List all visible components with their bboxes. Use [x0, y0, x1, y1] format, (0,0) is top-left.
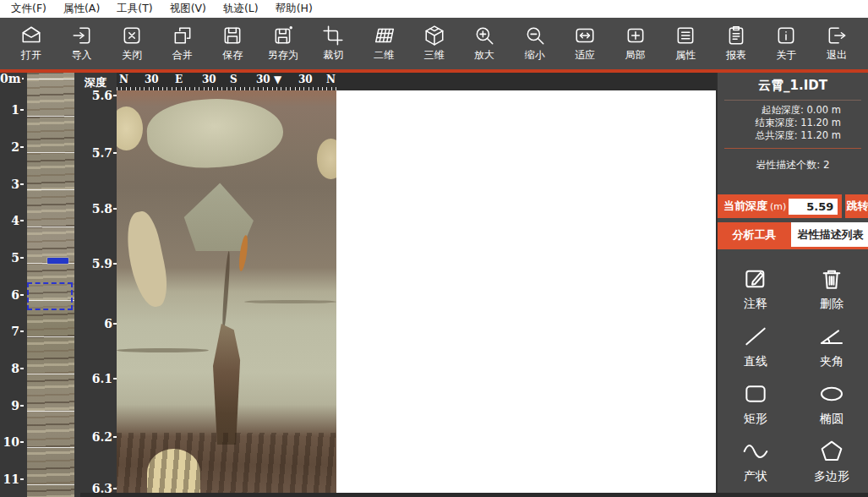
delete-tool-button[interactable]: 删除 [794, 257, 868, 312]
menu-view[interactable]: 视图(V) [164, 0, 212, 18]
toolbar-open-button[interactable]: 打开 [10, 25, 52, 63]
ellipse-tool-button[interactable]: 椭圆 [794, 372, 868, 427]
toolbar-report-button[interactable]: 报表 [715, 25, 757, 63]
cube-3d-icon [423, 25, 445, 46]
ruler-mark: 2 [0, 139, 24, 155]
ruler-mark: 0m [0, 71, 24, 86]
grid-2d-icon [373, 25, 395, 46]
jump-button[interactable]: 跳转 [845, 194, 868, 218]
toolbar-properties-button[interactable]: 属性 [664, 25, 707, 63]
toolbar-merge-button[interactable]: 合并 [161, 25, 204, 63]
toolbar-import-button[interactable]: 导入 [61, 25, 103, 63]
compass-label: ▼ [274, 74, 281, 85]
crop-icon [322, 25, 344, 46]
analysis-tool-grid: 注释 删除 直线 夹角 矩形 [718, 257, 868, 484]
annotation-marker[interactable] [47, 258, 68, 264]
toolbar-label: 导入 [72, 48, 92, 63]
menu-trajectory[interactable]: 轨迹(L) [217, 0, 265, 18]
rock-feature [244, 300, 336, 304]
toolbar-label: 三维 [424, 48, 445, 63]
rock-feature [317, 139, 336, 179]
current-depth-field-group: 当前深度 (m) [718, 194, 842, 218]
compass-label: N [326, 74, 336, 85]
toolbar-partial-button[interactable]: 局部 [614, 25, 657, 63]
ruler-mark: 4 [0, 213, 24, 228]
borehole-image[interactable] [117, 90, 336, 493]
toolbar-zoom-in-button[interactable]: 放大 [463, 25, 505, 63]
merge-icon [172, 25, 194, 46]
tab-underline [718, 247, 868, 249]
divider [724, 148, 861, 149]
compass-label: 30 [145, 74, 159, 85]
borehole-info: 起始深度: 0.00 m 结束深度: 11.20 m 总共深度: 11.20 m [718, 104, 868, 142]
toolbar-save-as-button[interactable]: 另存为 [262, 25, 304, 63]
line-tool-button[interactable]: 直线 [718, 314, 794, 369]
tool-label: 直线 [744, 354, 767, 369]
empty-canvas[interactable] [336, 90, 716, 493]
attitude-tool-button[interactable]: 产状 [718, 429, 794, 484]
ruler-mark: 7 [0, 324, 24, 339]
tool-label: 注释 [744, 297, 767, 312]
toolbar-label: 另存为 [268, 48, 298, 63]
angle-icon [818, 323, 845, 350]
compass-bar: N 30 E 30 S 30 ▼ 30 N [117, 73, 716, 90]
toolbar-label: 放大 [474, 48, 494, 63]
menu-help[interactable]: 帮助(H) [270, 0, 319, 18]
angle-tool-button[interactable]: 夹角 [794, 314, 868, 369]
toolbar-about-button[interactable]: 关于 [765, 25, 807, 63]
rock-feature [117, 106, 143, 150]
menu-tools[interactable]: 工具(T) [111, 0, 158, 18]
tool-label: 椭圆 [820, 412, 843, 427]
rock-feature [117, 348, 209, 353]
menu-attributes[interactable]: 属性(A) [57, 0, 106, 18]
toolbar-label: 报表 [726, 48, 746, 63]
viewport-selection-rect[interactable] [27, 282, 73, 310]
delete-icon [818, 265, 845, 292]
toolbar-crop-button[interactable]: 裁切 [312, 25, 354, 63]
toolbar-label: 属性 [675, 48, 696, 63]
menu-file[interactable]: 文件(F) [5, 0, 52, 18]
toolbar-label: 局部 [625, 48, 646, 63]
toolbar-save-button[interactable]: 保存 [211, 25, 254, 63]
import-icon [71, 25, 93, 46]
tool-label: 多边形 [814, 469, 849, 484]
depth-scale-column: 深度 5.6 5.7 5.8 5.9 6 6.1 6.2 6.3 [80, 73, 117, 497]
app-window: 文件(F) 属性(A) 工具(T) 视图(V) 轨迹(L) 帮助(H) 打开 导… [0, 0, 868, 497]
polygon-tool-button[interactable]: 多边形 [794, 429, 868, 484]
compass-labels: N 30 E 30 S 30 ▼ 30 N [117, 73, 336, 87]
tool-label: 产状 [744, 469, 767, 484]
depth-tick: 6.1 [92, 371, 117, 386]
rock-feature [147, 449, 199, 493]
toolbar-label: 关于 [776, 48, 796, 63]
toolbar-zoom-out-button[interactable]: 缩小 [514, 25, 556, 63]
depth-tick: 6.3 [92, 481, 117, 496]
ruler-mark: 3 [0, 177, 24, 192]
divider [724, 100, 861, 101]
zoom-in-icon [473, 25, 495, 46]
toolbar-label: 适应 [575, 48, 595, 63]
compass-label: N [119, 74, 128, 85]
depth-tick-label: 6 [104, 317, 112, 330]
toolbar-label: 缩小 [525, 48, 545, 63]
main-view: N 30 E 30 S 30 ▼ 30 N [117, 73, 716, 497]
toolbar-fit-button[interactable]: 适应 [564, 25, 606, 63]
ruler-mark: 11 [0, 472, 24, 487]
toolbar-close-button[interactable]: 关闭 [111, 25, 153, 63]
annotate-tool-button[interactable]: 注释 [718, 257, 794, 312]
core-strip-overview[interactable] [27, 73, 74, 497]
toolbar-exit-button[interactable]: 退出 [816, 25, 858, 63]
rectangle-tool-button[interactable]: 矩形 [718, 372, 794, 427]
toolbar-label: 退出 [827, 48, 847, 63]
current-depth-label: 当前深度 [723, 199, 767, 214]
tab-analysis-tools[interactable]: 分析工具 [718, 222, 791, 247]
rectangle-icon [742, 380, 769, 407]
depth-tick-label: 5.6 [92, 89, 112, 102]
tab-lithology-list[interactable]: 岩性描述列表 [791, 222, 868, 247]
ruler-mark: 8 [0, 361, 24, 376]
ruler-mark: 9 [0, 398, 24, 413]
toolbar-2d-button[interactable]: 二维 [363, 25, 405, 63]
start-depth-text: 起始深度: 0.00 m [718, 104, 841, 117]
file-title: 云霄_1.IDT [718, 78, 868, 94]
current-depth-input[interactable] [789, 199, 838, 215]
toolbar-3d-button[interactable]: 三维 [413, 25, 456, 63]
